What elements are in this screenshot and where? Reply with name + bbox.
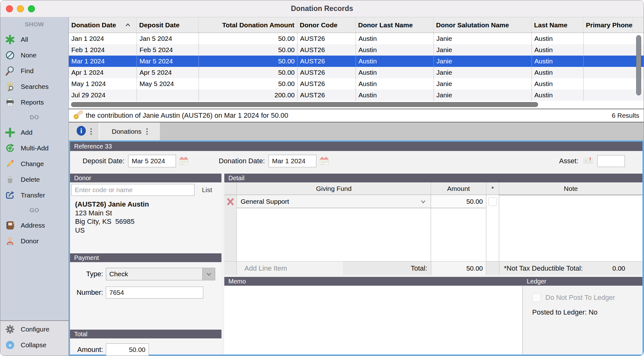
horizontal-scrollbar[interactable] — [69, 101, 644, 109]
detail-total-value: 50.00 — [431, 262, 486, 275]
tab-options-icon[interactable] — [90, 128, 92, 135]
table-cell: Austin — [532, 33, 583, 44]
donation-date-input[interactable] — [269, 155, 316, 167]
sidebar-item-multi-add[interactable]: Multi-Add — [0, 140, 68, 156]
svg-text:«: « — [8, 342, 12, 348]
sidebar-item-transfer[interactable]: Transfer — [0, 187, 68, 203]
not-tax-deductible-checkbox[interactable] — [488, 197, 497, 206]
app-window: Donation Records SHOWAllNoneFindSearches… — [0, 0, 644, 356]
table-cell — [583, 67, 633, 78]
sidebar-item-change[interactable]: Change — [0, 156, 68, 172]
vertical-scrollbar-thumb[interactable] — [636, 35, 641, 95]
column-header-donor-last-name[interactable]: Donor Last Name — [356, 17, 434, 33]
column-header-donor-code[interactable]: Donor Code — [297, 17, 356, 33]
sidebar-item-delete[interactable]: Delete — [0, 172, 68, 187]
tab-options-icon[interactable] — [146, 128, 148, 135]
records-table: Donation DateDeposit DateTotal Donation … — [69, 17, 644, 109]
column-header-deposit-date[interactable]: Deposit Date — [137, 17, 199, 33]
minimize-window-button[interactable] — [17, 5, 24, 12]
donor-code-input[interactable] — [71, 184, 194, 196]
table-row[interactable]: Jan 1 2024Jan 5 202450.00AUST26AustinJan… — [69, 33, 644, 44]
column-header-label: Donor Code — [300, 21, 337, 29]
sidebar-item-searches[interactable]: Searches — [0, 79, 68, 94]
table-row[interactable]: Feb 1 2024Feb 5 202450.00AUST26AustinJan… — [69, 44, 644, 56]
table-cell: AUST26 — [297, 67, 356, 78]
table-row[interactable]: Apr 1 2024Apr 5 202450.00AUST26AustinJan… — [69, 67, 644, 78]
main-area: Donation DateDeposit DateTotal Donation … — [69, 17, 644, 356]
sidebar-section-label-do: DO — [0, 110, 68, 125]
column-header-donor-salutation-name[interactable]: Donor Salutation Name — [434, 17, 532, 33]
donor-list-button[interactable]: List — [194, 186, 220, 194]
delete-line-item-icon[interactable] — [226, 197, 235, 261]
memo-input-area[interactable] — [224, 286, 523, 354]
payment-type-select[interactable]: Check — [106, 268, 215, 280]
deposit-date-input[interactable] — [128, 155, 176, 167]
column-header-donation-date[interactable]: Donation Date — [69, 17, 137, 33]
line-item-note[interactable] — [499, 195, 642, 261]
collapse-icon: « — [4, 340, 16, 350]
sidebar-item-label: Configure — [21, 326, 49, 333]
note-column-header: Note — [499, 182, 642, 195]
table-cell: AUST26 — [297, 44, 356, 56]
asset-input[interactable] — [597, 155, 625, 167]
sidebar-item-donor[interactable]: Donor — [0, 233, 68, 249]
table-cell: 50.00 — [199, 33, 297, 44]
asset-book-icon[interactable] — [583, 157, 593, 165]
horizontal-scrollbar-thumb[interactable] — [71, 102, 538, 107]
column-header-label: Last Name — [534, 21, 567, 29]
memo-section-header: Memo — [224, 277, 523, 286]
table-cell: Austin — [532, 67, 583, 78]
do-not-post-checkbox[interactable] — [532, 293, 541, 302]
ledger-section: Do Not Post To Ledger Posted to Ledger: … — [523, 286, 642, 354]
column-header-last-name[interactable]: Last Name — [532, 17, 583, 33]
table-cell: 50.00 — [199, 44, 297, 56]
vertical-scrollbar[interactable] — [634, 33, 643, 101]
sidebar-item-label: Multi-Add — [21, 144, 49, 152]
add-line-item-button[interactable]: Add Line Item — [237, 262, 344, 275]
address-book-icon — [4, 220, 16, 230]
sidebar-item-add[interactable]: Add — [0, 125, 68, 140]
payment-number-label: Number: — [70, 289, 103, 297]
zoom-window-button[interactable] — [28, 5, 35, 12]
tab-info[interactable]: i — [69, 122, 100, 140]
table-cell: Austin — [532, 78, 583, 89]
giving-fund-select[interactable]: General Support — [237, 195, 431, 208]
tab-bar: i Donations — [69, 122, 644, 140]
sidebar-item-label: Reports — [21, 99, 44, 106]
total-amount-input[interactable] — [106, 343, 149, 356]
sidebar-item-address[interactable]: Address — [0, 218, 68, 233]
sidebar-item-collapse[interactable]: «Collapse — [0, 337, 68, 353]
sidebar-item-none[interactable]: None — [0, 47, 68, 63]
table-row[interactable]: Jul 29 2024200.00AUST26AustinJanieAustin — [69, 89, 644, 101]
sidebar-item-find[interactable]: Find — [0, 63, 68, 79]
sidebar-item-label: Searches — [21, 83, 49, 90]
payment-number-input[interactable] — [106, 287, 203, 299]
deposit-date-calendar-icon[interactable] — [179, 156, 188, 166]
column-header-total-donation-amount[interactable]: Total Donation Amount — [199, 17, 297, 33]
table-cell: Janie — [434, 44, 532, 56]
detail-line-items: General Support 50.00 — [224, 195, 642, 261]
column-header-primary-phone[interactable]: Primary Phone — [583, 17, 633, 33]
line-item-amount[interactable]: 50.00 — [431, 195, 486, 208]
sidebar-section-label-show: SHOW — [0, 17, 68, 32]
table-cell — [583, 89, 633, 101]
sidebar-item-all[interactable]: All — [0, 32, 68, 47]
table-row[interactable]: Mar 1 2024Mar 5 202450.00AUST26AustinJan… — [69, 56, 644, 67]
donation-date-calendar-icon[interactable] — [319, 156, 329, 166]
close-window-button[interactable] — [6, 5, 13, 12]
sidebar-item-configure[interactable]: Configure — [0, 321, 68, 337]
total-section: Amount: — [70, 338, 221, 356]
table-cell — [583, 56, 633, 67]
do-not-post-label: Do Not Post To Ledger — [545, 294, 615, 302]
sidebar-footer: Configure«Collapse — [0, 321, 68, 356]
table-cell: Austin — [356, 56, 434, 67]
sidebar-item-reports[interactable]: Reports — [0, 94, 68, 110]
chevron-down-icon — [202, 268, 215, 280]
star-column-header: * — [486, 182, 499, 195]
table-cell: Austin — [532, 89, 583, 101]
info-icon: i — [76, 125, 87, 138]
table-cell: Austin — [356, 89, 434, 101]
tab-donations[interactable]: Donations — [100, 122, 160, 140]
status-bar: the contribution of Janie Austin (AUST26… — [69, 109, 644, 122]
table-row[interactable]: May 1 2024May 5 202450.00AUST26AustinJan… — [69, 78, 644, 89]
